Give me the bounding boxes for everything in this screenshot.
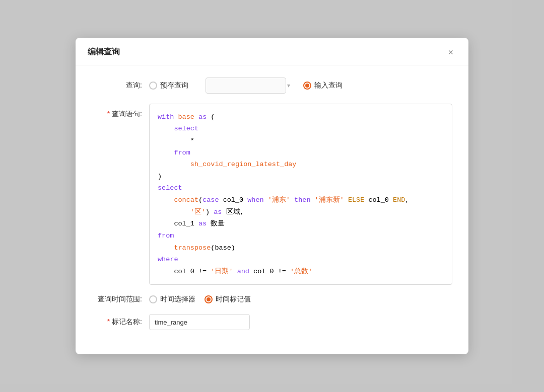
marker-name-input[interactable] (149, 314, 250, 330)
radio-preset-label: 预存查询 (160, 81, 188, 90)
dialog-title: 编辑查询 (88, 47, 120, 57)
edit-query-dialog: 编辑查询 × 查询: 预存查询 (76, 38, 468, 355)
query-type-radio-group: 预存查询 ▾ 输入查询 (149, 77, 343, 94)
radio-input-query[interactable]: 输入查询 (303, 81, 343, 90)
radio-time-picker-label: 时间选择器 (160, 295, 195, 304)
query-sentence-row: 查询语句: with base as ( select * from sh_co… (92, 104, 452, 285)
dialog-overlay: 编辑查询 × 查询: 预存查询 (0, 0, 544, 392)
radio-time-picker-circle (149, 295, 157, 303)
close-button[interactable]: × (445, 47, 456, 58)
query-code-wrapper: with base as ( select * from sh_covid_re… (149, 104, 452, 285)
radio-preset-query[interactable]: 预存查询 (149, 81, 188, 90)
time-range-label: 查询时间范围: (92, 295, 142, 304)
preset-select-wrapper: ▾ (197, 77, 294, 94)
marker-name-row: 标记名称: (92, 314, 452, 330)
preset-select[interactable] (206, 77, 286, 94)
radio-input-label: 输入查询 (314, 81, 343, 90)
query-code-block[interactable]: with base as ( select * from sh_covid_re… (149, 104, 452, 285)
chevron-down-icon: ▾ (287, 82, 290, 89)
dialog-header: 编辑查询 × (76, 38, 468, 65)
dialog-body: 查询: 预存查询 ▾ (76, 65, 468, 355)
time-range-radio-group: 时间选择器 时间标记值 (149, 295, 251, 304)
query-type-label: 查询: (92, 81, 142, 90)
radio-input-circle (303, 82, 311, 90)
radio-time-picker[interactable]: 时间选择器 (149, 295, 195, 304)
radio-preset-circle (149, 82, 157, 90)
radio-time-marker-circle (205, 295, 213, 303)
query-sentence-label: 查询语句: (92, 104, 142, 119)
radio-time-marker-label: 时间标记值 (216, 295, 251, 304)
time-range-row: 查询时间范围: 时间选择器 时间标记值 (92, 295, 452, 304)
marker-name-label: 标记名称: (92, 318, 142, 327)
radio-time-marker[interactable]: 时间标记值 (205, 295, 251, 304)
query-type-row: 查询: 预存查询 ▾ (92, 77, 452, 94)
